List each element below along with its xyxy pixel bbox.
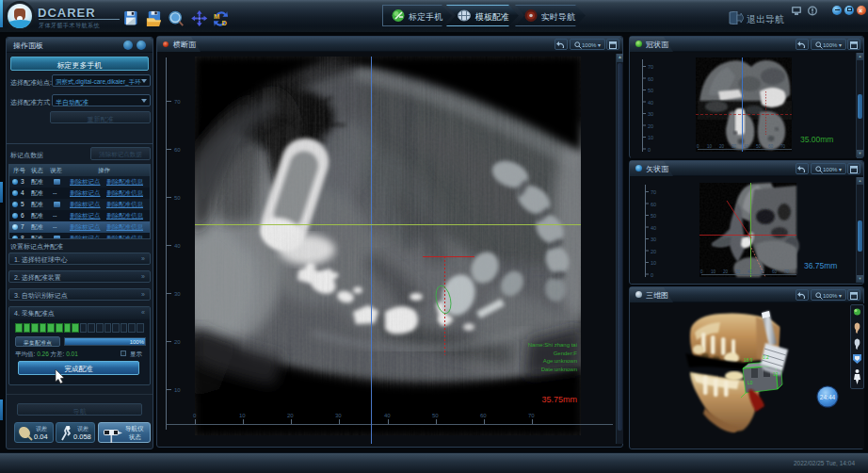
svg-text:50: 50 (648, 88, 653, 93)
svg-text:40: 40 (744, 144, 749, 149)
svg-text:70: 70 (174, 99, 181, 105)
svg-text:50: 50 (756, 144, 762, 149)
svg-text:40: 40 (747, 269, 753, 274)
svg-text:30: 30 (335, 413, 342, 418)
svg-text:60: 60 (648, 76, 653, 82)
svg-text:20: 20 (174, 339, 181, 345)
svg-text:30: 30 (651, 236, 656, 242)
svg-text:10: 10 (711, 269, 716, 274)
svg-text:0: 0 (648, 147, 651, 153)
svg-text:0: 0 (651, 272, 653, 278)
svg-text:10: 10 (651, 260, 656, 266)
svg-text:M: M (214, 12, 219, 21)
svg-text:0.2: 0.2 (763, 355, 769, 360)
svg-text:24:44: 24:44 (820, 394, 836, 400)
svg-text:50: 50 (651, 213, 656, 219)
svg-text:D: D (221, 19, 227, 27)
svg-text:35.00mm: 35.00mm (800, 135, 833, 144)
svg-text:40: 40 (174, 243, 181, 249)
svg-text:Gender:F: Gender:F (554, 351, 578, 356)
svg-text:60: 60 (480, 413, 487, 418)
svg-text:70: 70 (651, 189, 656, 195)
svg-text:L0: L0 (747, 381, 753, 385)
svg-text:40: 40 (651, 225, 656, 231)
svg-text:70: 70 (784, 269, 790, 274)
svg-text:70: 70 (648, 64, 653, 70)
svg-text:Name:Shi zhang tai: Name:Shi zhang tai (528, 342, 577, 348)
svg-text:40: 40 (384, 413, 391, 418)
svg-text:10: 10 (648, 135, 653, 140)
svg-text:10: 10 (239, 413, 246, 418)
svg-text:35.75mm: 35.75mm (541, 395, 577, 404)
svg-text:40: 40 (648, 100, 653, 106)
svg-text:18.9: 18.9 (744, 358, 753, 363)
svg-text:60: 60 (772, 269, 778, 274)
svg-text:50: 50 (174, 195, 181, 201)
svg-text:20: 20 (648, 123, 653, 129)
svg-text:70: 70 (780, 144, 786, 149)
svg-text:60: 60 (174, 147, 181, 153)
svg-text:70: 70 (528, 413, 535, 418)
svg-text:50: 50 (432, 413, 439, 418)
svg-text:30: 30 (735, 269, 741, 274)
svg-text:36.75mm: 36.75mm (804, 261, 837, 270)
svg-text:20: 20 (719, 144, 725, 149)
svg-text:10: 10 (707, 144, 713, 149)
svg-text:10: 10 (174, 387, 181, 393)
svg-text:60: 60 (651, 202, 656, 207)
svg-text:50: 50 (760, 269, 765, 274)
svg-text:60: 60 (768, 144, 774, 149)
svg-text:20: 20 (651, 249, 656, 254)
svg-text:30: 30 (648, 111, 653, 117)
svg-text:Date:unknown: Date:unknown (541, 367, 577, 372)
svg-text:12: 12 (773, 372, 779, 377)
svg-text:20: 20 (723, 269, 729, 274)
svg-text:30: 30 (731, 144, 737, 149)
svg-text:30: 30 (174, 291, 181, 297)
svg-text:20: 20 (287, 413, 294, 418)
svg-text:Age:unknown: Age:unknown (543, 358, 577, 364)
